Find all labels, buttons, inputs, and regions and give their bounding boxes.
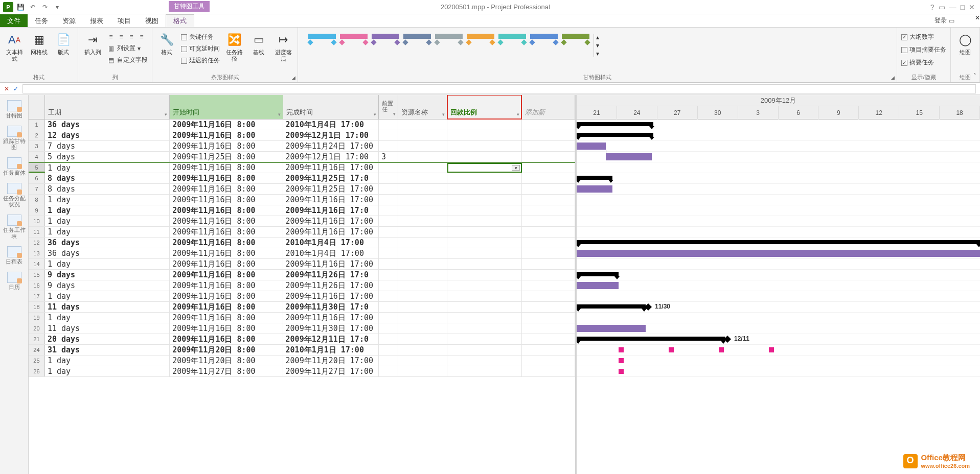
cancel-entry-icon[interactable]: ✕: [4, 85, 9, 92]
cell-finish[interactable]: 2009年11月16日 17:00: [283, 163, 379, 173]
gridlines-button[interactable]: ▦网格线: [29, 30, 49, 56]
document-close-icon[interactable]: ✕: [975, 14, 980, 27]
tab-task[interactable]: 任务: [28, 14, 55, 27]
row-header[interactable]: 12: [29, 238, 45, 248]
cell-pred[interactable]: [379, 195, 398, 205]
marker-icon[interactable]: [619, 347, 624, 352]
summary-bar[interactable]: [577, 337, 725, 341]
cell-resname[interactable]: [398, 184, 447, 194]
table-row[interactable]: 15 9 days 2009年11月16日 8:00 2009年11月26日 1…: [29, 270, 575, 280]
cell-payback[interactable]: [447, 141, 522, 151]
table-row[interactable]: 12 36 days 2009年11月16日 8:00 2010年1月4日 17…: [29, 238, 575, 248]
cell-pred[interactable]: [379, 130, 398, 140]
cell-start[interactable]: 2009年11月25日 8:00: [170, 152, 283, 162]
cell-pred[interactable]: [379, 345, 398, 355]
cell-payback[interactable]: [447, 356, 522, 366]
cell-resname[interactable]: [398, 259, 447, 269]
task-bar[interactable]: [577, 185, 612, 193]
table-row[interactable]: 13 36 days 2009年11月16日 8:00 2010年1月4日 17…: [29, 248, 575, 259]
cell-start[interactable]: 2009年11月16日 8:00: [170, 302, 283, 312]
cell-addnew[interactable]: [522, 345, 575, 355]
slack-checkbox[interactable]: 可宽延时间: [181, 43, 220, 54]
accept-entry-icon[interactable]: ✓: [13, 85, 18, 92]
cell-resname[interactable]: [398, 280, 447, 291]
cell-duration[interactable]: 36 days: [45, 248, 170, 258]
row-header[interactable]: 24: [29, 345, 45, 355]
insert-column-button[interactable]: ⇥插入列: [82, 30, 103, 56]
cell-finish[interactable]: 2009年11月25日 17:0: [283, 173, 379, 183]
cell-payback[interactable]: [447, 259, 522, 269]
cell-addnew[interactable]: [522, 280, 575, 291]
cell-resname[interactable]: [398, 227, 447, 237]
cell-duration[interactable]: 7 days: [45, 141, 170, 151]
cell-duration[interactable]: 5 days: [45, 152, 170, 162]
summary-tasks-checkbox[interactable]: ✓摘要任务: [901, 57, 946, 68]
table-row[interactable]: 26 1 day 2009年11月27日 8:00 2009年11月27日 17…: [29, 366, 575, 377]
format-button[interactable]: 🔧格式: [156, 30, 177, 56]
cell-payback[interactable]: [447, 291, 522, 301]
cell-addnew[interactable]: [522, 195, 575, 205]
tab-view[interactable]: 视图: [138, 14, 166, 27]
cell-pred[interactable]: [379, 356, 398, 366]
cell-finish[interactable]: 2010年1月4日 17:00: [283, 248, 379, 258]
timeline-header[interactable]: 2009年12月 21242730369121518: [577, 95, 980, 120]
row-header[interactable]: 4: [29, 152, 45, 162]
gallery-down-icon[interactable]: ▾: [596, 42, 599, 49]
cell-payback[interactable]: [447, 248, 522, 258]
table-row[interactable]: 25 1 day 2009年11月20日 8:00 2009年11月20日 17…: [29, 356, 575, 366]
cell-duration[interactable]: 1 day: [45, 163, 170, 173]
draw-button[interactable]: ◯绘图: [955, 30, 975, 56]
cell-addnew[interactable]: [522, 120, 575, 130]
table-row[interactable]: 2 12 days 2009年11月16日 8:00 2009年12月1日 17…: [29, 130, 575, 141]
cell-duration[interactable]: 11 days: [45, 323, 170, 334]
cell-pred[interactable]: [379, 238, 398, 248]
gantt-style-option[interactable]: [498, 34, 526, 48]
cell-resname[interactable]: [398, 195, 447, 205]
cell-duration[interactable]: 12 days: [45, 130, 170, 140]
cell-addnew[interactable]: [522, 163, 575, 173]
cell-pred[interactable]: [379, 248, 398, 258]
close-icon[interactable]: ✕: [969, 3, 975, 11]
table-row[interactable]: 14 1 day 2009年11月16日 8:00 2009年11月16日 17…: [29, 259, 575, 270]
cell-start[interactable]: 2009年11月16日 8:00: [170, 163, 283, 173]
table-row[interactable]: 16 9 days 2009年11月16日 8:00 2009年11月26日 1…: [29, 280, 575, 291]
row-header[interactable]: 2: [29, 130, 45, 140]
row-header[interactable]: 9: [29, 205, 45, 216]
marker-icon[interactable]: [719, 347, 724, 352]
cell-pred[interactable]: [379, 163, 398, 173]
cell-finish[interactable]: 2009年12月1日 17:00: [283, 130, 379, 140]
cell-finish[interactable]: 2009年11月25日 17:00: [283, 184, 379, 194]
cell-finish[interactable]: 2009年11月27日 17:00: [283, 366, 379, 376]
cell-start[interactable]: 2009年11月16日 8:00: [170, 323, 283, 334]
cell-resname[interactable]: [398, 366, 447, 376]
col-resource-names[interactable]: 资源名称▾: [398, 95, 447, 119]
cell-finish[interactable]: 2009年12月11日 17:0: [283, 334, 379, 344]
gantt-style-option[interactable]: [562, 34, 589, 48]
row-header[interactable]: 25: [29, 356, 45, 366]
slippage-button[interactable]: ↦进度落后: [273, 30, 293, 62]
cell-duration[interactable]: 8 days: [45, 173, 170, 183]
cell-finish[interactable]: 2010年1月4日 17:00: [283, 120, 379, 130]
row-header[interactable]: 1: [29, 120, 45, 130]
row-header[interactable]: 10: [29, 216, 45, 226]
cell-duration[interactable]: 20 days: [45, 334, 170, 344]
entry-input[interactable]: [22, 84, 976, 93]
cell-payback[interactable]: [447, 173, 522, 183]
gantt-body[interactable]: 11/3012/11: [577, 120, 980, 377]
tab-file[interactable]: 文件: [0, 14, 28, 27]
cell-resname[interactable]: [398, 141, 447, 151]
login-link[interactable]: 登录 ▭: [935, 14, 975, 27]
baseline-button[interactable]: ▭基线: [248, 30, 269, 56]
row-header[interactable]: 7: [29, 184, 45, 194]
cell-payback[interactable]: [447, 120, 522, 130]
table-row[interactable]: 20 11 days 2009年11月16日 8:00 2009年11月30日 …: [29, 323, 575, 334]
col-finish[interactable]: 完成时间▾: [283, 95, 379, 119]
cell-addnew[interactable]: [522, 141, 575, 151]
save-icon[interactable]: 💾: [15, 2, 26, 12]
row-header[interactable]: 16: [29, 280, 45, 291]
cell-duration[interactable]: 1 day: [45, 205, 170, 216]
summary-bar[interactable]: [577, 122, 653, 126]
cell-duration[interactable]: 1 day: [45, 195, 170, 205]
cell-duration[interactable]: 1 day: [45, 216, 170, 226]
cell-resname[interactable]: [398, 152, 447, 162]
